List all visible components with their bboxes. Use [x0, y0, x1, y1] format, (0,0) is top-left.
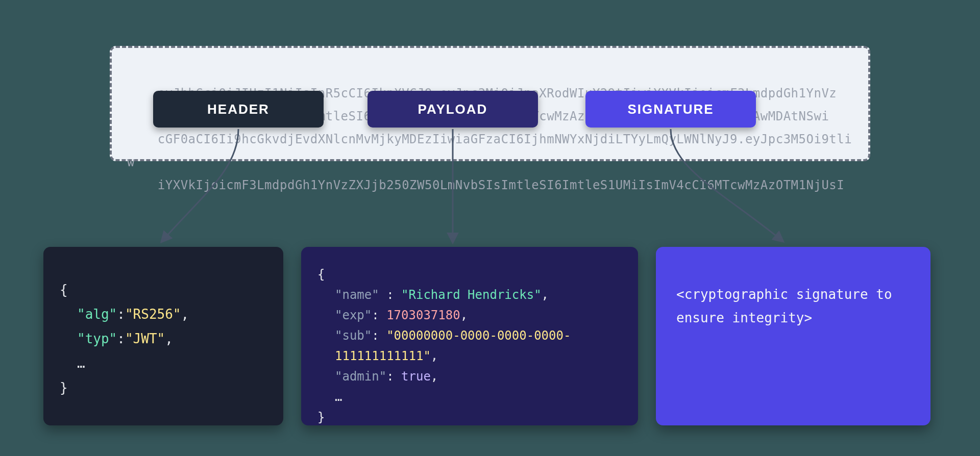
brace-open: {	[317, 267, 325, 282]
payload-sub-key: "sub"	[335, 328, 372, 343]
header-decoded-panel: { "alg":"RS256", "typ":"JWT", … }	[43, 247, 283, 425]
comma: ,	[181, 307, 189, 322]
comma: ,	[460, 308, 468, 322]
comma: ,	[431, 369, 438, 384]
header-alg-key: "alg"	[77, 307, 117, 322]
colon: :	[379, 288, 401, 302]
comma: ,	[165, 331, 173, 346]
payload-exp-value: 1703037180	[386, 308, 460, 322]
payload-admin-value: true	[401, 369, 431, 384]
payload-exp-key: "exp"	[335, 308, 372, 322]
payload-ellipsis: …	[317, 387, 622, 407]
payload-label: PAYLOAD	[368, 91, 538, 128]
payload-name-row: "name" : "Richard Hendricks",	[317, 285, 622, 305]
header-label: HEADER	[153, 91, 324, 128]
colon: :	[372, 308, 379, 322]
comma: ,	[431, 349, 438, 363]
payload-label-text: PAYLOAD	[418, 102, 488, 117]
payload-exp-row: "exp": 1703037180,	[317, 305, 622, 325]
header-label-text: HEADER	[207, 102, 270, 117]
header-typ-value: "JWT"	[125, 331, 165, 346]
payload-name-key: "name"	[335, 288, 379, 302]
payload-decoded-panel: { "name" : "Richard Hendricks", "exp": 1…	[301, 247, 638, 425]
colon: :	[117, 307, 125, 322]
header-ellipsis: …	[60, 351, 267, 375]
signature-label: SIGNATURE	[585, 91, 756, 128]
payload-admin-row: "admin": true,	[317, 366, 622, 387]
token-line-3: cGF0aCI6Ii9hcGkvdjEvdXNlcnMvMjkyMDEzIiwi…	[127, 132, 852, 169]
header-alg-row: "alg":"RS256",	[60, 302, 267, 326]
brace-open: {	[60, 282, 68, 297]
signature-label-text: SIGNATURE	[627, 102, 714, 117]
signature-text: <cryptographic signature to ensure integ…	[676, 287, 892, 325]
brace-close: }	[60, 380, 68, 395]
colon: :	[117, 331, 125, 346]
token-line-4: iYXVkIjoicmF3LmdpdGh1YnVzZXJjb250ZW50LmN…	[158, 178, 844, 192]
header-alg-value: "RS256"	[125, 307, 181, 322]
header-typ-key: "typ"	[77, 331, 117, 346]
header-typ-row: "typ":"JWT",	[60, 326, 267, 351]
comma: ,	[542, 288, 549, 302]
payload-sub-row: "sub": "00000000-0000-0000-0000-11111111…	[317, 325, 622, 366]
jwt-token-text: eyJhbGciOiJIUzI1NiIsInR5cCI6IkpXVCJ9.eyJ…	[127, 59, 853, 220]
colon: :	[372, 328, 379, 343]
brace-close: }	[317, 410, 325, 424]
payload-name-value: "Richard Hendricks"	[401, 288, 542, 302]
signature-panel: <cryptographic signature to ensure integ…	[656, 247, 930, 425]
payload-admin-key: "admin"	[335, 369, 386, 384]
colon: :	[386, 369, 394, 384]
